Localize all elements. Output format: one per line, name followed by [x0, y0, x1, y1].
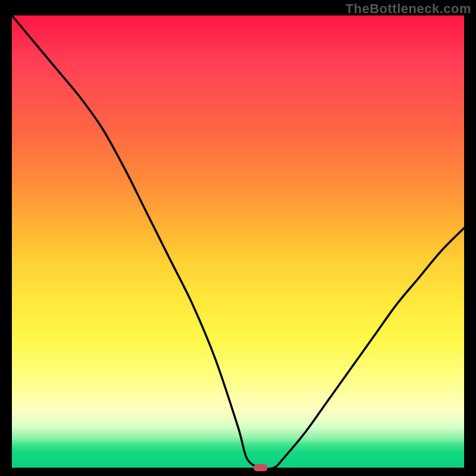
chart-canvas: TheBottleneck.com	[0, 0, 476, 476]
bottleneck-curve	[12, 15, 464, 468]
minimum-marker	[253, 464, 268, 471]
watermark-text: TheBottleneck.com	[346, 1, 471, 17]
plot-area	[12, 15, 464, 468]
